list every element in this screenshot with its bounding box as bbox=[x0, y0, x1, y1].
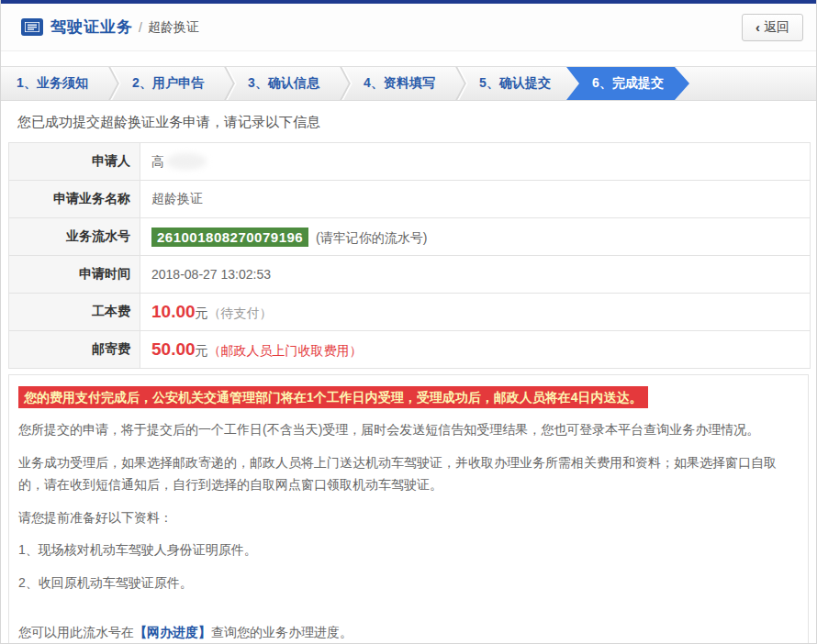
page: 驾驶证业务 / 超龄换证 ‹ 返回 1、业务须知 2、用户申告 3、确认信息 4… bbox=[0, 0, 817, 644]
step-1-business-notice: 1、业务须知 bbox=[1, 67, 104, 100]
online-progress-link[interactable]: 【网办进度】 bbox=[134, 625, 211, 639]
serial-number-badge: 261001808270079196 bbox=[151, 228, 308, 247]
step-nav-filler bbox=[689, 67, 816, 100]
serial-number-label: 业务流水号 bbox=[9, 218, 140, 256]
serial-number-value: 261001808270079196 (请牢记你的流水号) bbox=[140, 218, 811, 256]
breadcrumb-current: 超龄换证 bbox=[148, 19, 199, 36]
notice-list-item-2: 2、收回原机动车驾驶证原件。 bbox=[18, 572, 799, 594]
page-title: 驾驶证业务 bbox=[50, 17, 133, 38]
breadcrumb-separator: / bbox=[139, 20, 142, 35]
step-separator-icon bbox=[451, 67, 464, 100]
postage-fee-amount: 50.00 bbox=[151, 339, 196, 359]
header-back-button[interactable]: ‹ 返回 bbox=[742, 14, 803, 41]
notice-section: 您的费用支付完成后，公安机关交通管理部门将在1个工作日内受理，受理成功后，邮政人… bbox=[8, 374, 809, 644]
table-row-business-name: 申请业务名称 超龄换证 bbox=[9, 181, 811, 218]
step-separator-icon bbox=[335, 67, 348, 100]
breadcrumb: 驾驶证业务 / 超龄换证 bbox=[21, 17, 199, 38]
redaction-blur bbox=[166, 153, 207, 170]
table-row-apply-time: 申请时间 2018-08-27 13:02:53 bbox=[9, 256, 811, 294]
apply-time-label: 申请时间 bbox=[9, 256, 140, 294]
table-row-production-fee: 工本费 10.00元（待支付） bbox=[9, 294, 811, 331]
step-6-complete-submit-active: 6、完成提交 bbox=[566, 67, 689, 100]
progress-hint: 您可以用此流水号在【网办进度】查询您的业务办理进度。 bbox=[18, 621, 799, 644]
postage-fee-label: 邮寄费 bbox=[9, 331, 140, 369]
step-separator-icon bbox=[219, 67, 232, 100]
postage-fee-value: 50.00元（邮政人员上门收取费用） bbox=[140, 331, 811, 369]
step-5-confirm-submit: 5、确认提交 bbox=[464, 67, 566, 100]
step-3-confirm-info: 3、确认信息 bbox=[232, 67, 335, 100]
payment-warning-banner: 您的费用支付完成后，公安机关交通管理部门将在1个工作日内受理，受理成功后，邮政人… bbox=[18, 386, 648, 408]
chevron-left-icon: ‹ bbox=[755, 20, 760, 34]
header: 驾驶证业务 / 超龄换证 ‹ 返回 bbox=[1, 4, 816, 51]
header-back-label: 返回 bbox=[764, 19, 789, 36]
table-row-postage-fee: 邮寄费 50.00元（邮政人员上门收取费用） bbox=[9, 331, 811, 369]
step-nav: 1、业务须知 2、用户申告 3、确认信息 4、资料填写 5、确认提交 6、完成提… bbox=[1, 66, 816, 101]
serial-number-note: (请牢记你的流水号) bbox=[316, 230, 427, 245]
business-name-value: 超龄换证 bbox=[140, 181, 811, 218]
notice-list-item-1: 1、现场核对机动车驾驶人身份证明原件。 bbox=[18, 539, 799, 561]
application-info-table: 申请人 高 申请业务名称 超龄换证 业务流水号 2610018082700791… bbox=[8, 142, 811, 369]
apply-time-value: 2018-08-27 13:02:53 bbox=[140, 256, 811, 294]
notice-paragraph-3: 请您提前准备好以下资料： bbox=[18, 506, 799, 529]
notice-paragraph-2: 业务成功受理后，如果选择邮政寄递的，邮政人员将上门送达机动车驾驶证，并收取办理业… bbox=[18, 451, 799, 496]
step-separator-icon bbox=[104, 67, 117, 100]
table-row-serial-number: 业务流水号 261001808270079196 (请牢记你的流水号) bbox=[9, 218, 811, 256]
applicant-label: 申请人 bbox=[9, 143, 140, 181]
license-form-icon bbox=[21, 18, 43, 36]
production-fee-status: （待支付） bbox=[208, 305, 273, 320]
step-4-fill-materials: 4、资料填写 bbox=[348, 67, 451, 100]
applicant-value: 高 bbox=[140, 143, 811, 181]
production-fee-label: 工本费 bbox=[9, 294, 140, 331]
step-2-user-declaration: 2、用户申告 bbox=[117, 67, 219, 100]
production-fee-value: 10.00元（待支付） bbox=[140, 294, 811, 331]
table-row-applicant: 申请人 高 bbox=[9, 143, 811, 181]
production-fee-amount: 10.00 bbox=[151, 302, 196, 321]
postage-fee-note: （邮政人员上门收取费用） bbox=[208, 343, 363, 358]
business-name-label: 申请业务名称 bbox=[9, 181, 140, 218]
notice-paragraph-1: 您所提交的申请，将于提交后的一个工作日(不含当天)受理，届时会发送短信告知受理结… bbox=[18, 418, 799, 441]
success-message: 您已成功提交超龄换证业务申请，请记录以下信息 bbox=[1, 114, 816, 131]
